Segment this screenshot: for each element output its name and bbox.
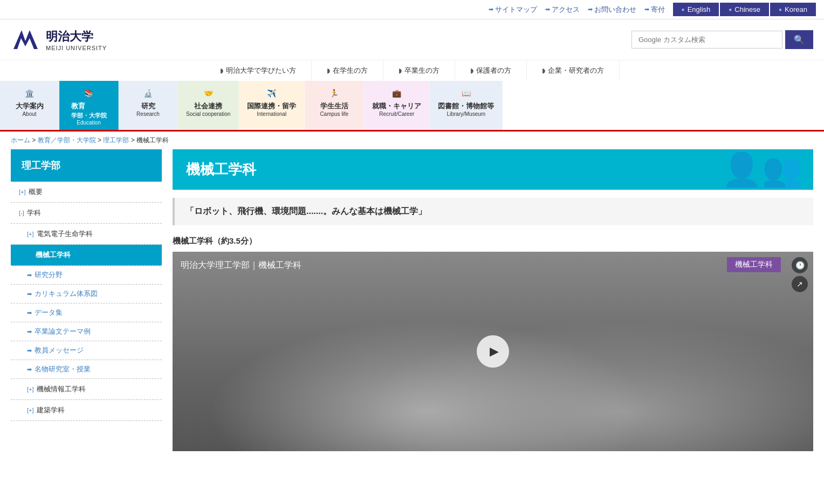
about-icon: 🏛️ (25, 85, 34, 101)
page-title-bar: 機械工学科 👤👥 (173, 149, 813, 190)
video-controls: 🕐 ↗ (792, 257, 808, 292)
cat-research-en: Research (136, 111, 160, 117)
logo-area: 明治大学 MEIJI UNIVERSITY (11, 25, 107, 54)
cat-recruit-jp: 就職・キャリア (372, 101, 421, 111)
cat-campus-en: Campus life (320, 111, 348, 117)
edu-icon: 📚 (84, 85, 93, 101)
svg-marker-0 (13, 30, 38, 49)
cat-research[interactable]: 🔬 研究 Research (119, 81, 178, 130)
breadcrumb-education[interactable]: 教育／学部・大学院 (38, 136, 96, 144)
sidebar-sub-faculty-message[interactable]: 教員メッセージ (11, 341, 162, 360)
sidebar-sub-research-field[interactable]: 研究分野 (11, 266, 162, 285)
sidebar: 理工学部 [+] 概要 [-] 学科 [+] 電気電子生命学科 [-] 機械工学… (11, 149, 162, 451)
university-name-en: MEIJI UNIVERSITY (46, 45, 107, 51)
cat-campus-jp: 学生生活 (320, 101, 348, 111)
cat-social[interactable]: 🤝 社会連携 Social cooperation (178, 81, 239, 130)
expand-icon: [+] (19, 189, 26, 195)
nav-item-guardians[interactable]: 保護者の方 (455, 60, 527, 81)
lang-chinese-button[interactable]: Chinese (720, 3, 769, 16)
breadcrumb-science[interactable]: 理工学部 (103, 136, 129, 144)
social-icon: 🤝 (204, 85, 213, 101)
video-label: 明治大学理工学部｜機械工学科 (181, 260, 301, 271)
university-name: 明治大学 MEIJI UNIVERSITY (46, 29, 107, 51)
lang-korean-button[interactable]: Korean (770, 3, 816, 16)
cat-education[interactable]: 📚 教育学部・大学院 Education (59, 81, 119, 130)
research-icon: 🔬 (143, 85, 153, 101)
sidebar-list: [+] 概要 [-] 学科 [+] 電気電子生命学科 [-] 機械工学科 研究分… (11, 182, 162, 421)
cat-library-en: Library/Museum (447, 111, 485, 117)
sidebar-sub-data[interactable]: データ集 (11, 303, 162, 322)
sidebar-item-overview[interactable]: [+] 概要 (11, 182, 162, 203)
main-content: 機械工学科 👤👥 「ロボット、飛行機、環境問題.......。みんな基本は機械工… (162, 149, 813, 451)
sitemap-link[interactable]: サイトマップ (489, 5, 537, 15)
sidebar-item-electrical[interactable]: [+] 電気電子生命学科 (11, 224, 162, 245)
cat-about[interactable]: 🏛️ 大学案内 About (0, 81, 59, 130)
recruit-icon: 💼 (392, 85, 401, 101)
breadcrumb: ホーム > 教育／学部・大学院 > 理工学部 > 機械工学科 (0, 132, 824, 149)
search-button[interactable]: 🔍 (785, 30, 813, 49)
cat-campus[interactable]: 🏃 学生生活 Campus life (305, 81, 364, 130)
intl-icon: ✈️ (267, 85, 276, 101)
nav-item-students[interactable]: 在学生の方 (312, 60, 383, 81)
cat-about-jp: 大学案内 (16, 101, 44, 111)
breadcrumb-home[interactable]: ホーム (11, 136, 30, 144)
cat-recruit[interactable]: 💼 就職・キャリア Recruit/Career (364, 81, 430, 130)
search-area: 🔍 (631, 30, 813, 49)
sidebar-sub-famous-lab[interactable]: 名物研究室・授業 (11, 360, 162, 379)
sidebar-item-mech-info[interactable]: [+] 機械情報工学科 (11, 379, 162, 400)
cat-library[interactable]: 📖 図書館・博物館等 Library/Museum (430, 81, 503, 130)
cat-edu-en: Education (77, 120, 100, 126)
content-wrapper: 理工学部 [+] 概要 [-] 学科 [+] 電気電子生命学科 [-] 機械工学… (0, 149, 824, 451)
cat-international[interactable]: ✈️ 国際連携・留学 International (239, 81, 305, 130)
main-nav: 明治大学で学びたい方 在学生の方 卒業生の方 保護者の方 企業・研究者の方 (0, 60, 824, 81)
cat-recruit-en: Recruit/Career (379, 111, 414, 117)
access-link[interactable]: アクセス (545, 5, 580, 15)
cat-intl-jp: 国際連携・留学 (247, 101, 296, 111)
cat-social-en: Social cooperation (186, 111, 230, 117)
sidebar-sub-curriculum[interactable]: カリキュラム体系図 (11, 285, 162, 303)
video-section-title: 機械工学科（約3.5分） (173, 236, 813, 246)
collapse-icon: [-] (19, 210, 24, 216)
cat-research-jp: 研究 (141, 101, 155, 111)
university-name-jp: 明治大学 (46, 29, 107, 45)
lang-english-button[interactable]: English (673, 3, 719, 16)
university-logo-icon (11, 25, 40, 54)
search-input[interactable] (631, 31, 782, 49)
sidebar-title: 理工学部 (11, 149, 162, 182)
video-share-icon[interactable]: ↗ (792, 276, 808, 292)
sidebar-item-mechanical[interactable]: [-] 機械工学科 (11, 245, 162, 266)
nav-item-corporations[interactable]: 企業・研究者の方 (527, 60, 620, 81)
cat-social-jp: 社会連携 (194, 101, 222, 111)
sidebar-sub-thesis[interactable]: 卒業論文テーマ例 (11, 322, 162, 341)
contact-link[interactable]: お問い合わせ (588, 5, 636, 15)
subtitle-box: 「ロボット、飛行機、環境問題.......。みんな基本は機械工学」 (173, 198, 813, 225)
cat-nav: 🏛️ 大学案内 About 📚 教育学部・大学院 Education 🔬 研究 … (0, 81, 824, 132)
video-tag: 機械工学科 (727, 257, 781, 272)
page-title: 機械工学科 (186, 160, 256, 179)
top-bar: サイトマップ アクセス お問い合わせ 寄付 English Chinese Ko… (0, 0, 824, 19)
title-decoration: 👤👥 (722, 150, 802, 189)
breadcrumb-current: 機械工学科 (136, 136, 169, 144)
video-play-button[interactable] (477, 335, 509, 368)
cat-about-en: About (22, 111, 36, 117)
campus-icon: 🏃 (329, 85, 339, 101)
sidebar-item-departments[interactable]: [-] 学科 (11, 203, 162, 224)
site-header: 明治大学 MEIJI UNIVERSITY 🔍 (0, 19, 824, 60)
sidebar-item-architecture[interactable]: [+] 建築学科 (11, 400, 162, 421)
video-time-icon[interactable]: 🕐 (792, 257, 808, 273)
expand-elec-icon: [+] (27, 231, 34, 237)
donation-link[interactable]: 寄付 (644, 5, 665, 15)
lang-buttons: English Chinese Korean (673, 3, 816, 16)
top-links: サイトマップ アクセス お問い合わせ 寄付 (489, 5, 665, 15)
video-container[interactable]: 明治大学理工学部｜機械工学科 機械工学科 🕐 ↗ (173, 252, 813, 451)
cat-edu-jp: 教育学部・大学院 (71, 101, 107, 120)
library-icon: 📖 (462, 85, 471, 101)
subtitle-text: 「ロボット、飛行機、環境問題.......。みんな基本は機械工学」 (186, 206, 427, 216)
cat-intl-en: International (257, 111, 286, 117)
cat-library-jp: 図書館・博物館等 (438, 101, 494, 111)
nav-item-prospective[interactable]: 明治大学で学びたい方 (205, 60, 312, 81)
nav-item-alumni[interactable]: 卒業生の方 (383, 60, 455, 81)
